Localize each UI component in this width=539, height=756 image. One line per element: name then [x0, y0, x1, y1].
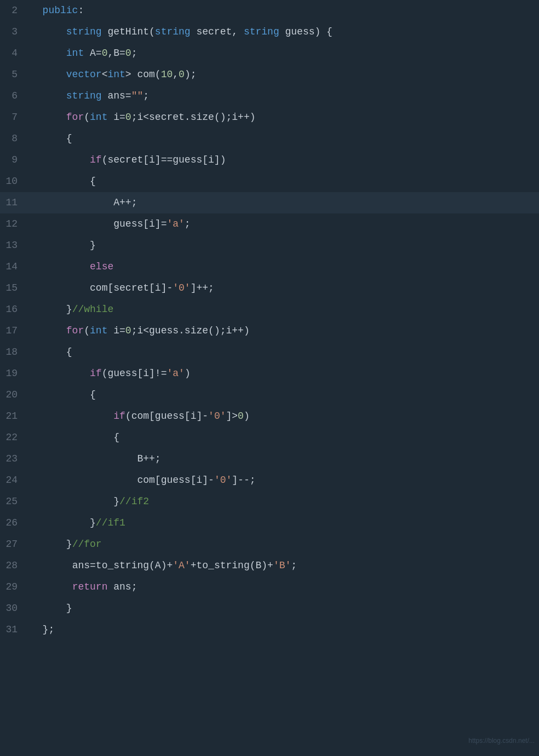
- code-line: 14 else: [0, 256, 539, 278]
- line-content: }//if2: [26, 491, 539, 512]
- line-number: 17: [0, 320, 26, 342]
- line-number: 20: [0, 384, 26, 406]
- code-line: 11 A++;: [0, 192, 539, 213]
- line-number: 30: [0, 598, 26, 619]
- code-line: 18 {: [0, 342, 539, 363]
- code-line: 9 if(secret[i]==guess[i]): [0, 149, 539, 171]
- line-content: }: [26, 235, 539, 256]
- code-line: 17 for(int i=0;i<guess.size();i++): [0, 320, 539, 342]
- line-content: return ans;: [26, 576, 539, 598]
- code-line: 19 if(guess[i]!='a'): [0, 363, 539, 384]
- line-content: {: [26, 427, 539, 448]
- code-line: 2 public:: [0, 0, 539, 21]
- line-number: 15: [0, 278, 26, 299]
- line-content: int A=0,B=0;: [26, 43, 539, 64]
- code-line: 6 string ans="";: [0, 85, 539, 107]
- line-number: 10: [0, 171, 26, 192]
- code-line: 3 string getHint(string secret, string g…: [0, 21, 539, 43]
- line-content: string getHint(string secret, string gue…: [26, 21, 539, 43]
- line-number: 25: [0, 491, 26, 512]
- code-line: 25 }//if2: [0, 491, 539, 512]
- line-content: vector<int> com(10,0);: [26, 64, 539, 85]
- line-number: 6: [0, 85, 26, 107]
- line-number: 9: [0, 149, 26, 171]
- line-number: 24: [0, 470, 26, 491]
- code-line: 29 return ans;: [0, 576, 539, 598]
- line-content: com[secret[i]-'0']++;: [26, 278, 539, 299]
- line-content: };: [26, 619, 539, 640]
- line-number: 7: [0, 107, 26, 128]
- line-content: A++;: [26, 192, 539, 213]
- line-number: 28: [0, 555, 26, 576]
- line-number: 8: [0, 128, 26, 149]
- line-number: 5: [0, 64, 26, 85]
- watermark: https://blog.csdn.net/...: [468, 730, 535, 752]
- line-content: B++;: [26, 448, 539, 470]
- line-content: public:: [26, 0, 539, 21]
- code-line: 31 };: [0, 619, 539, 640]
- code-line: 8 {: [0, 128, 539, 149]
- line-number: 13: [0, 235, 26, 256]
- line-content: for(int i=0;i<secret.size();i++): [26, 107, 539, 128]
- line-content: com[guess[i]-'0']--;: [26, 470, 539, 491]
- code-line: 10 {: [0, 171, 539, 192]
- line-number: 19: [0, 363, 26, 384]
- code-line: 26 }//if1: [0, 512, 539, 534]
- line-number: 31: [0, 619, 26, 640]
- line-content: {: [26, 128, 539, 149]
- line-content: guess[i]='a';: [26, 213, 539, 235]
- line-content: }//if1: [26, 512, 539, 534]
- line-content: }: [26, 598, 539, 619]
- code-line: 20 {: [0, 384, 539, 406]
- line-content: for(int i=0;i<guess.size();i++): [26, 320, 539, 342]
- line-content: ans=to_string(A)+'A'+to_string(B)+'B';: [26, 555, 539, 576]
- line-content: if(secret[i]==guess[i]): [26, 149, 539, 171]
- line-number: 22: [0, 427, 26, 448]
- code-line: 15 com[secret[i]-'0']++;: [0, 278, 539, 299]
- line-number: 29: [0, 576, 26, 598]
- line-content: {: [26, 342, 539, 363]
- line-content: string ans="";: [26, 85, 539, 107]
- code-line: 21 if(com[guess[i]-'0']>0): [0, 406, 539, 427]
- line-content: {: [26, 171, 539, 192]
- code-line: 4 int A=0,B=0;: [0, 43, 539, 64]
- line-number: 23: [0, 448, 26, 470]
- line-content: else: [26, 256, 539, 278]
- line-number: 3: [0, 21, 26, 43]
- code-line: 12 guess[i]='a';: [0, 213, 539, 235]
- line-number: 21: [0, 406, 26, 427]
- line-content: if(guess[i]!='a'): [26, 363, 539, 384]
- line-number: 14: [0, 256, 26, 278]
- code-line: 5 vector<int> com(10,0);: [0, 64, 539, 85]
- code-editor: 2 public:3 string getHint(string secret,…: [0, 0, 539, 756]
- code-line: 22 {: [0, 427, 539, 448]
- code-line: 24 com[guess[i]-'0']--;: [0, 470, 539, 491]
- line-number: 18: [0, 342, 26, 363]
- code-line: 16 }//while: [0, 299, 539, 320]
- line-number: 16: [0, 299, 26, 320]
- code-line: 28 ans=to_string(A)+'A'+to_string(B)+'B'…: [0, 555, 539, 576]
- code-line: 23 B++;: [0, 448, 539, 470]
- code-line: 7 for(int i=0;i<secret.size();i++): [0, 107, 539, 128]
- line-content: {: [26, 384, 539, 406]
- line-content: }//while: [26, 299, 539, 320]
- line-number: 27: [0, 534, 26, 555]
- line-number: 12: [0, 213, 26, 235]
- line-number: 26: [0, 512, 26, 534]
- code-line: 13 }: [0, 235, 539, 256]
- line-number: 4: [0, 43, 26, 64]
- line-number: 11: [0, 192, 26, 213]
- line-content: if(com[guess[i]-'0']>0): [26, 406, 539, 427]
- line-content: }//for: [26, 534, 539, 555]
- code-line: 30 }: [0, 598, 539, 619]
- line-number: 2: [0, 0, 26, 21]
- code-line: 27 }//for: [0, 534, 539, 555]
